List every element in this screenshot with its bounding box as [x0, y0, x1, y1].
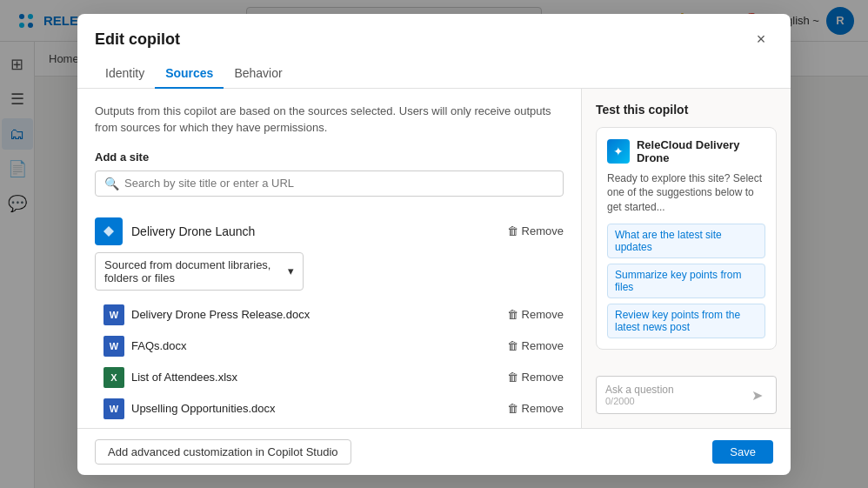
- trash-icon: 🗑: [507, 224, 518, 237]
- file-item-4: W Upselling Opportunities.docx 🗑 Remove: [95, 393, 564, 424]
- tab-identity[interactable]: Identity: [95, 59, 155, 89]
- files-list: W Delivery Drone Press Release.docx 🗑 Re…: [95, 299, 564, 424]
- source-dropdown-label: Sourced from document libraries, folders…: [104, 258, 288, 284]
- customize-button[interactable]: Add advanced customization in Copilot St…: [95, 439, 351, 465]
- site-search-box[interactable]: 🔍: [95, 170, 564, 197]
- file-remove-button-3[interactable]: 🗑 Remove: [507, 371, 564, 384]
- tab-sources[interactable]: Sources: [155, 59, 224, 89]
- trash-icon: 🗑: [507, 308, 518, 321]
- file-name: FAQs.docx: [131, 339, 500, 352]
- site-search-input[interactable]: [124, 177, 554, 190]
- excel-icon: X: [103, 367, 124, 388]
- word-icon: W: [103, 336, 124, 357]
- test-copilot-panel: Test this copilot ✦ ReleCloud Delivery D…: [582, 89, 791, 428]
- chat-char-count: 0/2000: [605, 396, 741, 406]
- modal-title: Edit copilot: [95, 30, 180, 49]
- site-name: Delivery Drone Launch: [131, 224, 498, 238]
- chat-bubble: ✦ ReleCloud Delivery Drone Ready to expl…: [596, 127, 777, 350]
- chevron-down-icon: ▾: [288, 264, 294, 277]
- save-button[interactable]: Save: [712, 440, 773, 464]
- trash-icon: 🗑: [507, 371, 518, 384]
- word-icon: W: [103, 304, 124, 325]
- chat-input-inner: Ask a question 0/2000: [605, 384, 741, 406]
- modal-tabs: Identity Sources Behavior: [77, 52, 791, 89]
- source-dropdown[interactable]: Sourced from document libraries, folders…: [95, 252, 304, 291]
- file-item-3: X List of Attendees.xlsx 🗑 Remove: [95, 362, 564, 393]
- chat-input-area[interactable]: Ask a question 0/2000 ➤: [596, 376, 777, 414]
- add-site-label: Add a site: [95, 150, 564, 164]
- tab-behavior[interactable]: Behavior: [224, 59, 292, 89]
- modal-body: Outputs from this copilot are based on t…: [77, 89, 791, 428]
- chat-input-placeholder: Ask a question: [605, 384, 741, 396]
- file-name: Delivery Drone Press Release.docx: [131, 308, 500, 321]
- file-remove-button-1[interactable]: 🗑 Remove: [507, 308, 564, 321]
- site-remove-button[interactable]: 🗑 Remove: [507, 224, 564, 237]
- suggestion-1[interactable]: What are the latest site updates: [607, 224, 765, 258]
- file-item-2: W FAQs.docx 🗑 Remove: [95, 331, 564, 362]
- modal-header: Edit copilot ×: [77, 14, 791, 52]
- file-remove-button-2[interactable]: 🗑 Remove: [507, 339, 564, 352]
- suggestion-3[interactable]: Review key points from the latest news p…: [607, 304, 765, 338]
- word-icon: W: [103, 398, 124, 419]
- chat-header: ✦ ReleCloud Delivery Drone: [607, 138, 765, 164]
- trash-icon: 🗑: [507, 402, 518, 415]
- test-copilot-title: Test this copilot: [596, 103, 777, 117]
- modal-description: Outputs from this copilot are based on t…: [95, 103, 564, 137]
- chat-send-button[interactable]: ➤: [746, 385, 767, 406]
- trash-icon: 🗑: [507, 339, 518, 352]
- file-remove-button-4[interactable]: 🗑 Remove: [507, 402, 564, 415]
- file-name: Upselling Opportunities.docx: [131, 402, 500, 415]
- modal-overlay: Edit copilot × Identity Sources Behavior…: [0, 0, 868, 488]
- close-button[interactable]: ×: [749, 28, 773, 52]
- site-search-icon: 🔍: [104, 177, 119, 191]
- bot-icon: ✦: [607, 139, 630, 164]
- modal-left-panel: Outputs from this copilot are based on t…: [77, 89, 582, 428]
- modal-footer: Add advanced customization in Copilot St…: [77, 428, 791, 475]
- bot-name: ReleCloud Delivery Drone: [637, 138, 765, 164]
- site-item-delivery-drone: Delivery Drone Launch 🗑 Remove: [95, 211, 564, 252]
- site-icon: [95, 217, 123, 245]
- chat-intro: Ready to explore this site? Select one o…: [607, 171, 765, 215]
- edit-copilot-modal: Edit copilot × Identity Sources Behavior…: [77, 14, 791, 475]
- suggestion-2[interactable]: Summarize key points from files: [607, 264, 765, 298]
- file-item-1: W Delivery Drone Press Release.docx 🗑 Re…: [95, 299, 564, 331]
- file-name: List of Attendees.xlsx: [131, 371, 500, 384]
